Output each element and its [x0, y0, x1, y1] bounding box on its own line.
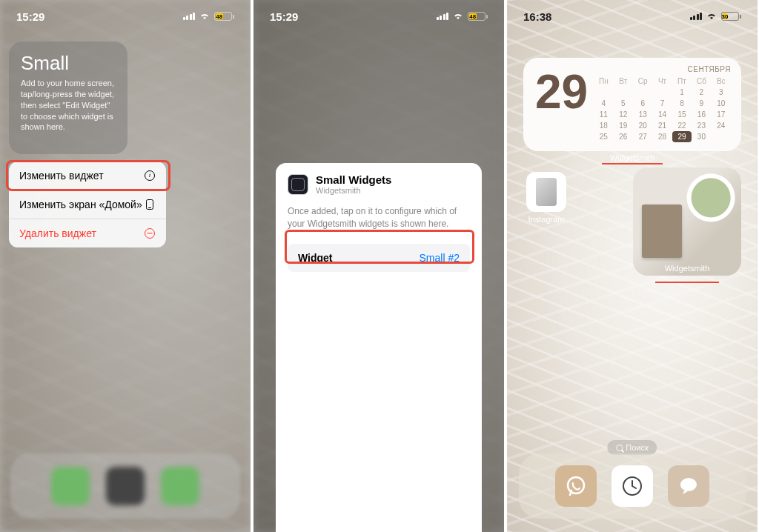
- widget-config-sheet: Small Widgets Widgetsmith Once added, ta…: [276, 163, 482, 532]
- delete-widget-item[interactable]: Удалить виджет: [9, 219, 166, 247]
- row-label: Widget: [298, 252, 333, 264]
- status-bar: 15:29 48: [253, 0, 504, 33]
- calendar-weekday-row: ПнВтСрЧтПтСбВс: [594, 76, 731, 87]
- highlight-underline: [602, 163, 663, 164]
- messages-icon: [677, 474, 700, 498]
- info-icon: i: [144, 170, 156, 182]
- wifi-icon: [706, 12, 717, 21]
- wifi-icon: [199, 12, 211, 21]
- widget-app-label: Widgetsmith: [595, 153, 669, 162]
- dock: [519, 453, 746, 519]
- instagram-icon-inner: [536, 178, 557, 206]
- instagram-label: Instagram: [517, 215, 575, 224]
- status-right: 48: [437, 12, 488, 21]
- status-time: 15:29: [16, 10, 44, 23]
- search-label: Поиск: [626, 443, 648, 452]
- widget-selector-row[interactable]: Widget Small #2: [288, 244, 470, 272]
- dock-app-placeholder: [51, 467, 90, 505]
- calendar-widget[interactable]: 29 СЕНТЯБРЯ ПнВтСрЧтПтСбВс 1234567891011…: [523, 58, 741, 151]
- photo-widget-label: Widgetsmith: [665, 264, 710, 273]
- cellular-icon: [183, 13, 196, 20]
- calendar-big-day: 29: [534, 65, 594, 144]
- menu-label: Изменить виджет: [19, 170, 104, 182]
- status-time: 15:29: [270, 10, 298, 23]
- status-bar: 15:29 48: [0, 0, 251, 33]
- dock-blurred: [10, 453, 240, 519]
- small-widget-preview[interactable]: Small Add to your home screen, tap/long-…: [9, 41, 127, 154]
- sheet-subtitle: Widgetsmith: [316, 186, 391, 195]
- battery-icon: 30: [721, 12, 741, 21]
- phone-icon: [144, 199, 156, 210]
- search-icon: [616, 445, 623, 451]
- calendar-month: СЕНТЯБРЯ: [594, 65, 731, 73]
- sheet-header: Small Widgets Widgetsmith: [288, 173, 470, 195]
- status-right: 30: [690, 12, 742, 21]
- widgetsmith-app-icon: [288, 174, 308, 195]
- status-right: 48: [183, 12, 235, 21]
- status-time: 16:38: [523, 10, 551, 23]
- cellular-icon: [690, 13, 703, 20]
- widget-context-menu: Изменить виджет i Изменить экран «Домой»…: [9, 162, 166, 247]
- messages-app[interactable]: [668, 465, 709, 507]
- phone-screenshot-1: 15:29 48 Small Add to your home screen, …: [0, 0, 251, 532]
- wifi-icon: [452, 12, 464, 21]
- dock-app-placeholder: [106, 467, 145, 505]
- row-value: Small #2: [420, 252, 460, 264]
- dock-app-placeholder: [161, 467, 199, 505]
- sheet-description: Once added, tap on it to configure which…: [288, 205, 470, 230]
- photo-widget[interactable]: Widgetsmith: [633, 167, 741, 276]
- edit-home-item[interactable]: Изменить экран «Домой»: [9, 190, 166, 219]
- menu-label: Изменить экран «Домой»: [19, 199, 142, 210]
- clock-app[interactable]: [611, 465, 653, 507]
- clock-icon: [620, 474, 644, 498]
- whatsapp-app[interactable]: [555, 465, 597, 507]
- spotlight-search[interactable]: Поиск: [607, 440, 657, 455]
- instagram-app-icon[interactable]: [526, 172, 566, 212]
- widget-description: Add to your home screen, tap/long-press …: [21, 78, 116, 133]
- svg-point-2: [680, 478, 697, 491]
- calendar-grid: СЕНТЯБРЯ ПнВтСрЧтПтСбВс 1234567891011121…: [594, 65, 731, 144]
- sheet-title: Small Widgets: [316, 173, 391, 186]
- battery-icon: 48: [468, 12, 488, 21]
- cellular-icon: [437, 13, 449, 20]
- svg-point-0: [568, 477, 584, 493]
- minus-circle-icon: [144, 227, 156, 239]
- battery-icon: 48: [214, 12, 234, 21]
- edit-widget-item[interactable]: Изменить виджет i: [9, 162, 166, 190]
- whatsapp-icon: [564, 474, 588, 498]
- phone-screenshot-2: 15:29 48 Small Widgets Widgetsmith Once …: [253, 0, 504, 532]
- status-bar: 16:38 30: [507, 0, 758, 33]
- menu-label: Удалить виджет: [19, 227, 96, 239]
- phone-screenshot-3: 16:38 30 29 СЕНТЯБРЯ ПнВтСрЧтПтСбВс 1234…: [507, 0, 758, 532]
- highlight-underline: [655, 282, 719, 283]
- widget-title: Small: [21, 52, 116, 75]
